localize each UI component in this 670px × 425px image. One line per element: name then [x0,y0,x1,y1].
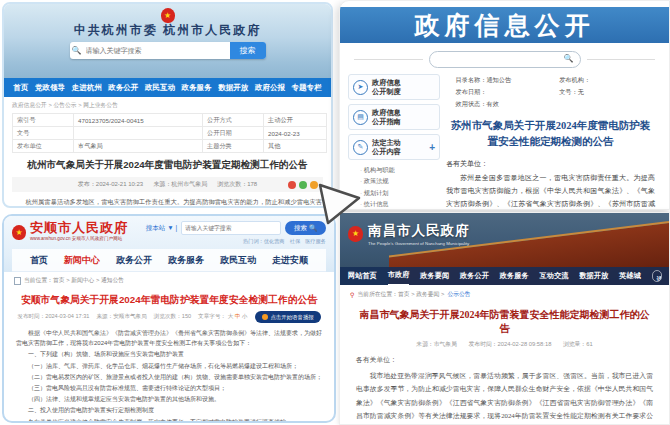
nav-item-services[interactable]: 政务服务 [500,267,529,285]
date-label: 公开日期 [203,127,264,140]
nanchang-nav-bar: 网站首页 市政府 政务要闻 政务公开 政务服务 互动交流 数据开放 英雄城 请输… [340,267,669,285]
publish-date: 发布日期： [456,88,560,97]
fontsize-medium[interactable]: 中 [235,313,241,319]
sidebar-label-line1: 政府信息 [372,78,401,87]
nav-item-interaction[interactable]: 政民互动 [145,83,175,93]
share-weibo-icon[interactable] [288,181,296,189]
tts-label: 点击开始语音播报 [271,314,314,321]
docno-value [74,127,203,140]
text-to-speech-button[interactable]: 点击开始语音播报 [255,311,321,323]
hangzhou-gov-page: ★ 中共杭州市委 杭州市人民政府 🔍 搜索 首页 党政领导 走进杭州 政务公开 … [2,2,333,208]
nanchang-search-input[interactable]: 请输入关键词 [652,270,662,282]
nav-item-home[interactable]: 首页 [30,254,48,267]
source: 来源：安顺市气象局 [96,313,146,321]
nav-item-news[interactable]: 新闻中心 [64,254,100,267]
share-icons [288,181,318,189]
announcement-title: 安顺市气象局关于开展2024年雷电防护装置年度安全检测工作的公告 [16,294,322,307]
nav-item-gazette[interactable]: 政府公报 [255,83,285,93]
nav-item-about[interactable]: 走进杭州 [72,83,102,93]
source: 来源：杭州市气象局 [153,180,207,189]
nav-item-city-gov[interactable]: 市政府 [388,266,410,285]
table-row: 发布单位 市气象局 主题分类 其他 [13,140,327,153]
disclosure-search-row: 🔍 [354,51,655,68]
nav-item-hero-city[interactable]: 英雄城 [619,267,641,285]
article-body: 苏州是全国多雷暴地区之一，雷电灾害防御责任重大。为提高我市雷电灾害防御能力，根据… [446,172,655,210]
nav-item-disclosure[interactable]: 政务公开 [116,254,152,267]
fontsize-small[interactable]: 小 [242,313,248,319]
national-emblem-icon: ★ [348,226,363,242]
topic-label: 主题分类 [203,140,264,153]
disclosure-banner-title: 政府信息公开 [340,7,669,43]
sidebar-item-statutory-content[interactable]: ✎ 法定主动 公开内容 + [348,134,440,160]
nav-item-opendata[interactable]: 数据开放 [218,83,248,93]
issuing-agency: 发布机构： [559,76,645,85]
body-paragraph: （四）法律、法规和规章规定应当安装雷电防护装置的其他场所和设施。 [16,394,322,404]
sidebar-label-line1: 法定主动 [372,138,401,147]
sidebar-subitem-stats[interactable]: 统计信息 [360,198,440,209]
hangzhou-search-input[interactable] [84,42,230,59]
sidebar-subitem-plans[interactable]: 规划计划 [360,187,440,198]
nav-item-news[interactable]: 政务要闻 [420,267,449,285]
publish-time: 发布时间：2024-02-28 09:58:18 [469,341,552,347]
hangzhou-nav-bar: 首页 党政领导 走进杭州 政务公开 政民互动 政务服务 数据开放 政府公报 专题… [4,78,331,97]
fontsize-large[interactable]: 大 [228,313,234,319]
article-body: 根据《中华人民共和国气象法》《防雷减灾管理办法》《贵州省气象灾害防御条例》等法律… [16,328,322,423]
nav-item-topics[interactable]: 专题专栏 [292,83,322,93]
nav-item-disclosure[interactable]: 政务公开 [460,267,489,285]
validity-status: 效用状态：有效 [456,100,560,109]
disclosure-article: 目录名称：通知公告 发布机构： 发布日期： 文号：无 效用状态：有效 苏州市气象… [440,74,661,210]
nav-item-about[interactable]: 走进安顺 [272,254,308,267]
nav-item-interaction[interactable]: 互动交流 [540,267,569,285]
nav-item-interaction[interactable]: 政民互动 [220,254,256,267]
body-paragraph: （一）油库、气库、弹药库、化学品仓库、烟花爆竹生产储存场所，石化等易燃易爆建设工… [16,361,322,371]
sidebar-label-line2: 公开内容 [372,147,401,156]
anshun-search-input[interactable] [181,221,281,235]
method-value: 主动公开 [264,114,327,127]
breadcrumb[interactable]: 政府信息公开 > 公告公示 > 网上业务公告 [4,97,331,113]
body-paragraph: （三）雷电风险较高且没有防雷标准规范、需要进行特殊论证的大型项目； [16,383,322,393]
anshun-site-title: 安顺市人民政府 [30,221,128,235]
body-paragraph: （二）雷电易发区内的矿区、旅游景点或者投入使用的建（构）筑物、设施需要单独安装雷… [16,372,322,382]
divider-line [587,59,656,60]
topic-value: 其他 [264,140,327,153]
nav-item-home[interactable]: 首页 [13,83,28,93]
announcement-title: 杭州市气象局关于开展2024年度雷电防护装置定期检测工作的公告 [14,159,321,172]
body-paragraph: 我市地处亚热带湿润季风气候区，雷暴活动频繁，属于多雷区、强雷区。当前，我市已进入… [356,369,653,425]
body-paragraph: 根据《中华人民共和国气象法》《防雷减灾管理办法》《贵州省气象灾害防御条例》等法律… [16,328,322,348]
disclosure-search-input[interactable]: 🔍 [429,51,581,68]
anshun-search-bar: 搜本站 ▼ | 搜索 🔍 [146,221,326,235]
sidebar-subitem-org[interactable]: 机构与职能 [360,164,440,175]
hangzhou-search-button[interactable]: 搜索 [230,42,266,59]
anshun-header: ★ 安顺市人民政府 www.anshun.gov.cn 安顺市人民政府门户网站 … [4,216,334,272]
sidebar-label-line1: 政府信息 [372,108,401,117]
body-paragraph: 各有关单位应当建立健全防雷安全生产制度，落实主体责任，不定期对雷电防护装置进行巡… [16,417,322,424]
nanchang-logo: ★ 南昌市人民政府 The People's Government of Nan… [348,222,470,246]
page-icon [14,277,21,285]
table-row: 索引号 470123705/2024-00415 公开方式 主动公开 [13,114,327,127]
search-scope-dropdown[interactable]: 搜本站 ▼ | [146,224,177,233]
hot-words[interactable]: 热门词：优化营商 社保 医疗服务 [146,238,326,245]
nav-item-opendata[interactable]: 数据开放 [579,267,608,285]
index-label: 索引号 [13,114,74,127]
nav-item-services[interactable]: 政务服务 [168,254,204,267]
breadcrumb[interactable]: ⚲ 当前所在位置：首页 > 政务要闻 > 公示公告 [340,285,669,302]
document-info-table: 索引号 470123705/2024-00415 公开方式 主动公开 文号 公开… [12,113,327,153]
hangzhou-search-bar[interactable]: 🔍 搜索 [70,42,266,59]
sidebar-subitem-policy[interactable]: 政策法规 [360,175,440,186]
source: 来源：市气象局 [416,341,457,347]
nav-item-leaders[interactable]: 党政领导 [35,83,65,93]
search-icon[interactable]: 🔍 [564,54,574,63]
fontsize-label: 文章字号： [198,313,226,319]
share-wechat-icon[interactable] [299,181,307,189]
sidebar-item-disclosure-system[interactable]: ➤ 政府信息 公开制度 [348,74,440,100]
nanchang-header-photo: ★ 南昌市人民政府 The People's Government of Nan… [340,213,669,285]
breadcrumb[interactable]: 当前位置：首页 > 新闻中心 > 通知公告 [4,272,334,289]
date-value: 2024-02-23 [264,127,327,140]
sidebar-item-disclosure-guide[interactable]: ▤ 政府信息 公开指南 [348,104,440,130]
nav-item-disclosure[interactable]: 政务公开 [108,83,138,93]
national-emblem-icon: ★ [12,225,26,240]
nav-item-services[interactable]: 政务服务 [182,83,212,93]
nav-item-home[interactable]: 网站首页 [348,267,377,285]
nanchang-site-subtitle: The People's Government of Nanchang Muni… [368,241,470,246]
expand-plus-icon[interactable]: + [429,142,435,153]
